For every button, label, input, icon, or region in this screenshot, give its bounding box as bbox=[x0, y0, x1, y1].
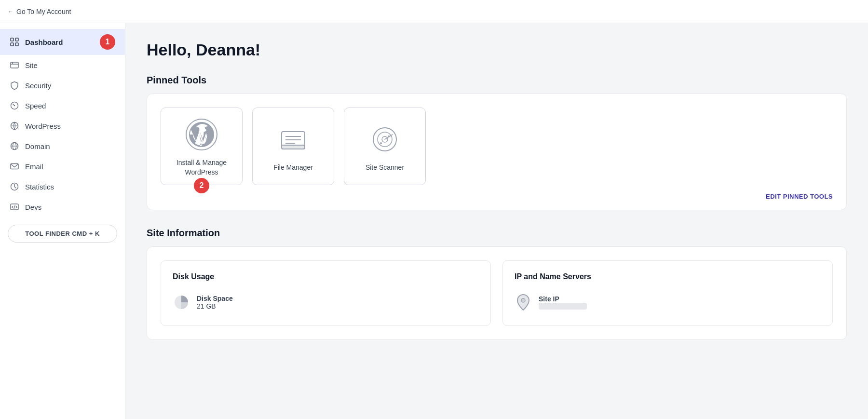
pinned-tools-grid: Install & Manage WordPress 2 bbox=[161, 108, 833, 185]
ip-servers-title: IP and Name Servers bbox=[515, 272, 821, 281]
site-scanner-tool-label: Site Scanner bbox=[366, 163, 404, 173]
wordpress-tool-label: Install & Manage WordPress bbox=[167, 158, 236, 177]
disk-usage-title: Disk Usage bbox=[173, 272, 479, 281]
svg-rect-3 bbox=[15, 43, 18, 46]
security-icon bbox=[10, 81, 19, 90]
sidebar-wordpress-label: WordPress bbox=[25, 122, 61, 130]
tool-finder-label: TOOL FINDER CMD + K bbox=[25, 230, 100, 237]
wordpress-tool-icon bbox=[185, 118, 218, 151]
disk-space-icon bbox=[173, 294, 190, 311]
back-link-label: Go To My Account bbox=[16, 8, 71, 15]
sidebar-site-label: Site bbox=[25, 61, 38, 69]
file-manager-tool-icon bbox=[276, 122, 310, 156]
sidebar-item-speed[interactable]: Speed bbox=[0, 95, 125, 116]
disk-space-label: Disk Space bbox=[197, 295, 233, 302]
svg-rect-1 bbox=[15, 38, 18, 41]
domain-icon bbox=[10, 141, 19, 151]
site-ip-value-skeleton bbox=[539, 303, 587, 310]
sidebar-item-devs[interactable]: Devs bbox=[0, 197, 125, 217]
sidebar-statistics-label: Statistics bbox=[25, 183, 54, 191]
page-title: Hello, Deanna! bbox=[147, 41, 847, 59]
pinned-tools-card: Install & Manage WordPress 2 bbox=[147, 94, 847, 210]
sidebar-item-domain[interactable]: Domain bbox=[0, 136, 125, 156]
back-arrow-icon: ← bbox=[8, 8, 14, 15]
sidebar-dashboard-label: Dashboard bbox=[25, 38, 63, 46]
svg-point-26 bbox=[380, 142, 382, 144]
statistics-icon bbox=[10, 182, 19, 191]
main-content: Hello, Deanna! Pinned Tools Install & Ma bbox=[125, 23, 868, 419]
site-ip-row: Site IP bbox=[515, 289, 821, 316]
tool-finder-button[interactable]: TOOL FINDER CMD + K bbox=[8, 225, 117, 243]
site-ip-icon bbox=[515, 294, 532, 311]
edit-pinned-tools-link[interactable]: EDIT PINNED TOOLS bbox=[766, 193, 833, 200]
layout: Dashboard 1 Site Security bbox=[0, 23, 868, 419]
sidebar-item-security[interactable]: Security bbox=[0, 75, 125, 95]
site-icon bbox=[10, 60, 19, 70]
svg-rect-2 bbox=[11, 43, 14, 46]
svg-point-25 bbox=[388, 135, 390, 137]
speed-icon bbox=[10, 101, 19, 110]
tool-card-site-scanner[interactable]: Site Scanner bbox=[344, 108, 426, 185]
sidebar-item-dashboard[interactable]: Dashboard 1 bbox=[0, 29, 125, 55]
svg-point-28 bbox=[521, 298, 525, 302]
grid-icon bbox=[10, 37, 19, 47]
sidebar-speed-label: Speed bbox=[25, 102, 46, 110]
svg-rect-0 bbox=[11, 38, 14, 41]
sidebar-item-wordpress[interactable]: WordPress bbox=[0, 116, 125, 136]
dashboard-badge: 1 bbox=[100, 34, 115, 50]
sidebar-item-email[interactable]: Email bbox=[0, 156, 125, 176]
site-ip-label: Site IP bbox=[539, 295, 587, 303]
sidebar-item-statistics[interactable]: Statistics bbox=[0, 176, 125, 197]
email-icon bbox=[10, 162, 19, 171]
sidebar-devs-label: Devs bbox=[25, 203, 41, 211]
sidebar-email-label: Email bbox=[25, 162, 43, 171]
wordpress-icon bbox=[10, 121, 19, 131]
sidebar: Dashboard 1 Site Security bbox=[0, 23, 125, 419]
pinned-tools-title: Pinned Tools bbox=[147, 75, 847, 86]
disk-space-value: 21 GB bbox=[197, 302, 233, 310]
disk-space-text: Disk Space 21 GB bbox=[197, 295, 233, 310]
edit-pinned-tools-section: EDIT PINNED TOOLS bbox=[161, 193, 833, 200]
svg-rect-4 bbox=[11, 62, 18, 68]
disk-space-row: Disk Space 21 GB bbox=[173, 289, 479, 316]
disk-usage-block: Disk Usage Disk Space 21 GB bbox=[161, 260, 491, 326]
ip-servers-block: IP and Name Servers Site IP bbox=[502, 260, 833, 326]
site-info-title: Site Information bbox=[147, 228, 847, 239]
devs-icon bbox=[10, 202, 19, 212]
wordpress-tool-badge: 2 bbox=[194, 178, 209, 193]
svg-point-8 bbox=[14, 105, 15, 106]
sidebar-security-label: Security bbox=[25, 81, 51, 90]
site-scanner-tool-icon bbox=[368, 122, 402, 156]
file-manager-tool-label: File Manager bbox=[273, 163, 313, 173]
tool-card-wordpress[interactable]: Install & Manage WordPress 2 bbox=[161, 108, 243, 185]
tool-card-file-manager[interactable]: File Manager bbox=[252, 108, 334, 185]
site-ip-text: Site IP bbox=[539, 295, 587, 310]
go-to-account-link[interactable]: ← Go To My Account bbox=[8, 8, 71, 15]
top-bar: ← Go To My Account bbox=[0, 0, 868, 23]
sidebar-item-site[interactable]: Site bbox=[0, 55, 125, 75]
sidebar-domain-label: Domain bbox=[25, 142, 50, 150]
site-info-card: Disk Usage Disk Space 21 GB bbox=[147, 246, 847, 340]
